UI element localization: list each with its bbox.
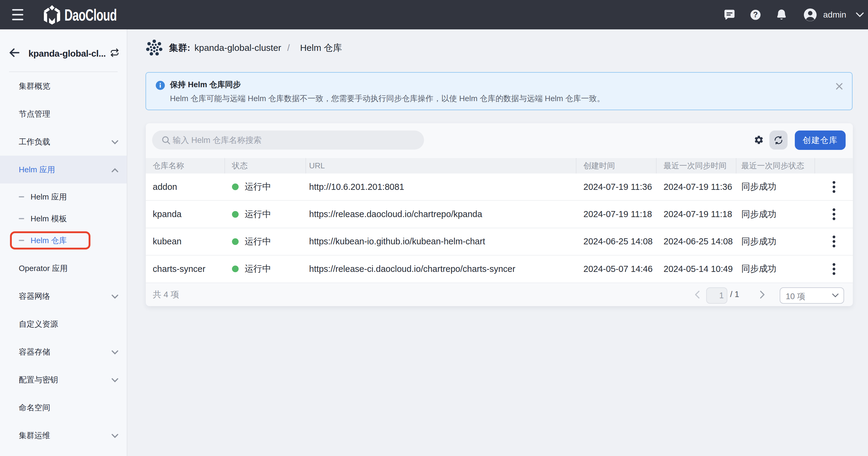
svg-text:?: ? xyxy=(753,10,758,19)
